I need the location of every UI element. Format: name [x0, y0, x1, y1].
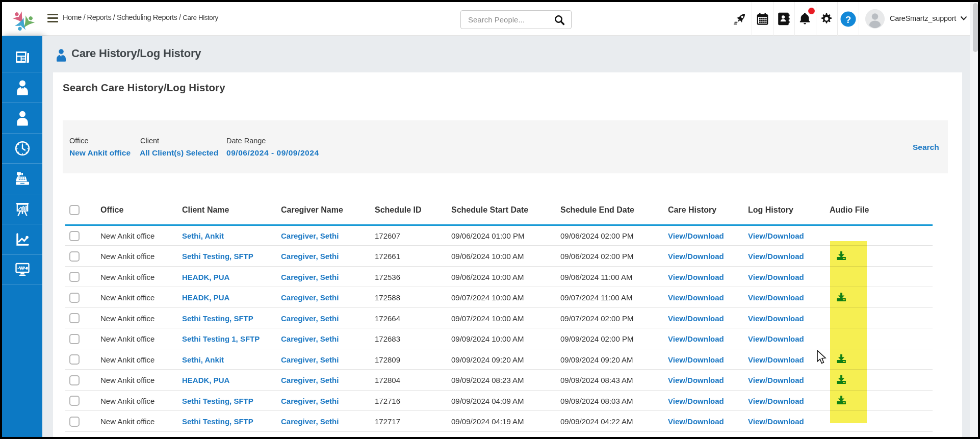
svg-text:?: ?	[845, 14, 851, 24]
